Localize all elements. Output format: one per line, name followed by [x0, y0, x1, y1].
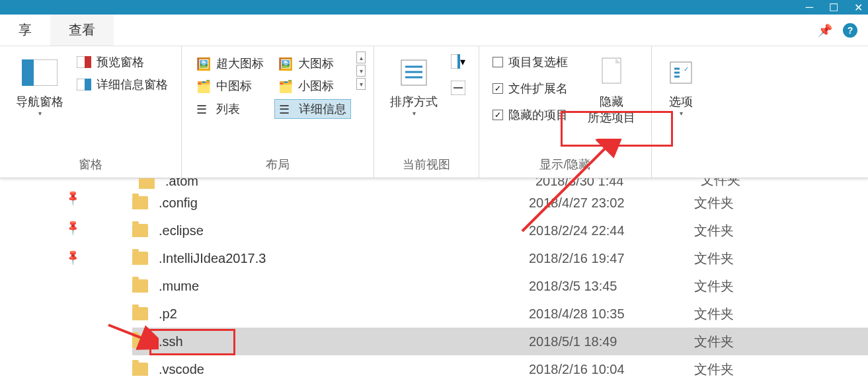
ribbon-group-label-current: 当前视图 [382, 151, 471, 178]
layout-extra-large-icons[interactable]: 🖼️超大图标 [192, 54, 268, 73]
m-icons-icon: 🗂️ [196, 79, 212, 92]
ribbon-group-current-view: 排序方式 ▾ ▾ 当前视图 [374, 46, 479, 178]
file-date: 2018/3/5 13:45 [529, 279, 694, 294]
layout-scroll: ▴ ▾ ▾ [356, 52, 366, 90]
file-name: .mume [159, 279, 529, 294]
file-date: 2018/2/16 19:47 [529, 251, 694, 266]
checkbox-checked-icon [493, 110, 503, 120]
file-row[interactable]: .eclipse2018/2/24 22:44文件夹 [132, 217, 868, 244]
xl-icons-icon: 🖼️ [196, 57, 212, 70]
ribbon-group-show-hide: 项目复选框 文件扩展名 隐藏的项目 隐藏 所选项目 显示/隐藏 [479, 46, 652, 178]
minimize-icon[interactable]: ─ [806, 1, 813, 14]
file-type: 文件夹 [694, 194, 734, 212]
file-name: .vscode [159, 362, 529, 377]
checkbox-checked-icon [493, 83, 503, 94]
file-name: .eclipse [159, 223, 529, 238]
folder-icon [132, 279, 148, 293]
ribbon-group-layout: 🖼️超大图标 🖼️大图标 🗂️中图标 🗂️小图标 ☰列表 ☰详细信息 ▴ ▾ ▾… [182, 46, 374, 178]
options-button[interactable]: ✓ 选项 ▾ [660, 52, 702, 120]
ribbon-tabs: 享 查看 📌 ? [0, 15, 868, 46]
maximize-icon[interactable]: ☐ [829, 1, 838, 14]
file-name: .p2 [159, 306, 529, 322]
pin-icon[interactable]: 📌 [63, 189, 82, 207]
help-icon[interactable]: ? [843, 23, 857, 38]
file-row[interactable]: .ssh2018/5/1 18:49文件夹 [132, 328, 868, 355]
ribbon-group-options: ✓ 选项 ▾ [652, 46, 710, 178]
layout-small-icons[interactable]: 🗂️小图标 [274, 77, 351, 95]
ribbon: 导航窗格 ▾ 预览窗格 详细信息窗格 窗格 🖼️超大图标 🖼️大图标 � [0, 46, 868, 178]
file-date: 2018/4/28 10:35 [529, 306, 694, 322]
layout-expand-icon[interactable]: ▾ [356, 78, 366, 90]
svg-rect-5 [85, 79, 91, 90]
file-row[interactable]: .config2018/4/27 23:02文件夹 [132, 189, 868, 217]
file-extensions-toggle[interactable]: 文件扩展名 [493, 81, 568, 96]
file-date: 2018/5/1 18:49 [529, 334, 694, 349]
layout-medium-icons[interactable]: 🗂️中图标 [192, 77, 268, 95]
options-icon: ✓ [668, 54, 694, 91]
layout-details[interactable]: ☰详细信息 [274, 99, 351, 119]
file-date: 2018/2/16 10:04 [529, 362, 694, 377]
tab-view[interactable]: 查看 [50, 15, 114, 46]
layout-scroll-up-icon[interactable]: ▴ [356, 52, 366, 63]
item-checkboxes-toggle[interactable]: 项目复选框 [493, 54, 568, 70]
folder-icon [132, 363, 148, 376]
details-pane-button[interactable]: 详细信息窗格 [77, 77, 168, 92]
s-icons-icon: 🗂️ [278, 79, 294, 92]
file-date: 2018/3/30 1:44 [535, 178, 701, 189]
file-date: 2018/2/24 22:44 [529, 223, 694, 238]
ribbon-group-label-showhide: 显示/隐藏 [487, 151, 643, 178]
file-type: 文件夹 [694, 277, 734, 295]
l-icons-icon: 🖼️ [278, 57, 294, 70]
sort-by-button[interactable]: 排序方式 ▾ [382, 52, 446, 120]
navigation-pane-button[interactable]: 导航窗格 ▾ [8, 52, 71, 120]
details-pane-icon [77, 77, 91, 92]
ribbon-group-label-layout: 布局 [190, 151, 366, 178]
folder-icon [132, 196, 148, 209]
file-type: 文件夹 [694, 361, 734, 378]
hide-selected-button[interactable]: 隐藏 所选项目 [580, 52, 643, 128]
file-row[interactable]: .atom2018/3/30 1:44文件夹 [132, 178, 868, 189]
file-row[interactable]: .vscode2018/2/16 10:04文件夹 [132, 355, 868, 383]
pin-ribbon-icon[interactable]: 📌 [818, 23, 832, 38]
add-column-icon[interactable]: ▾ [451, 54, 465, 69]
file-list[interactable]: .atom2018/3/30 1:44文件夹.config2018/4/27 2… [132, 178, 868, 383]
file-row[interactable]: .p22018/4/28 10:35文件夹 [132, 300, 868, 328]
svg-rect-3 [85, 56, 91, 68]
pin-icon[interactable]: 📌 [63, 219, 82, 237]
file-name: .atom [165, 178, 535, 189]
tab-share[interactable]: 享 [0, 15, 50, 46]
folder-icon [139, 178, 155, 189]
folder-icon [132, 307, 148, 320]
layout-large-icons[interactable]: 🖼️大图标 [274, 54, 351, 73]
svg-rect-11 [457, 54, 460, 69]
file-row[interactable]: .IntelliJIdea2017.32018/2/16 19:47文件夹 [132, 244, 868, 272]
file-row[interactable]: .mume2018/3/5 13:45文件夹 [132, 272, 868, 300]
ribbon-group-label-panes: 窗格 [8, 151, 173, 178]
pin-icon[interactable]: 📌 [63, 248, 82, 267]
ribbon-group-panes: 导航窗格 ▾ 预览窗格 详细信息窗格 窗格 [0, 46, 182, 178]
file-type: 文件夹 [694, 250, 734, 267]
checkbox-icon [493, 57, 503, 67]
size-columns-icon[interactable] [451, 81, 465, 95]
layout-scroll-down-icon[interactable]: ▾ [356, 65, 366, 77]
file-view: 📌 📌 📌 .atom2018/3/30 1:44文件夹.config2018/… [0, 178, 868, 383]
file-type: 文件夹 [701, 178, 740, 189]
folder-icon [132, 252, 148, 265]
svg-text:✓: ✓ [684, 65, 689, 73]
file-name: .ssh [159, 334, 529, 349]
preview-pane-button[interactable]: 预览窗格 [77, 54, 168, 70]
file-name: .config [159, 195, 529, 211]
hidden-items-toggle[interactable]: 隐藏的项目 [493, 107, 568, 123]
close-icon[interactable]: ✕ [854, 1, 863, 14]
sort-by-icon [399, 54, 429, 91]
file-date: 2018/4/27 23:02 [529, 195, 694, 211]
window-titlebar: ─ ☐ ✕ [0, 0, 868, 15]
layout-list[interactable]: ☰列表 [192, 99, 268, 119]
file-type: 文件夹 [694, 333, 734, 351]
file-type: 文件夹 [694, 222, 734, 240]
hide-selected-icon [598, 54, 625, 91]
quick-access-pins: 📌 📌 📌 [66, 178, 79, 264]
list-icon: ☰ [196, 102, 212, 116]
svg-rect-1 [22, 59, 34, 86]
folder-icon [132, 335, 148, 348]
